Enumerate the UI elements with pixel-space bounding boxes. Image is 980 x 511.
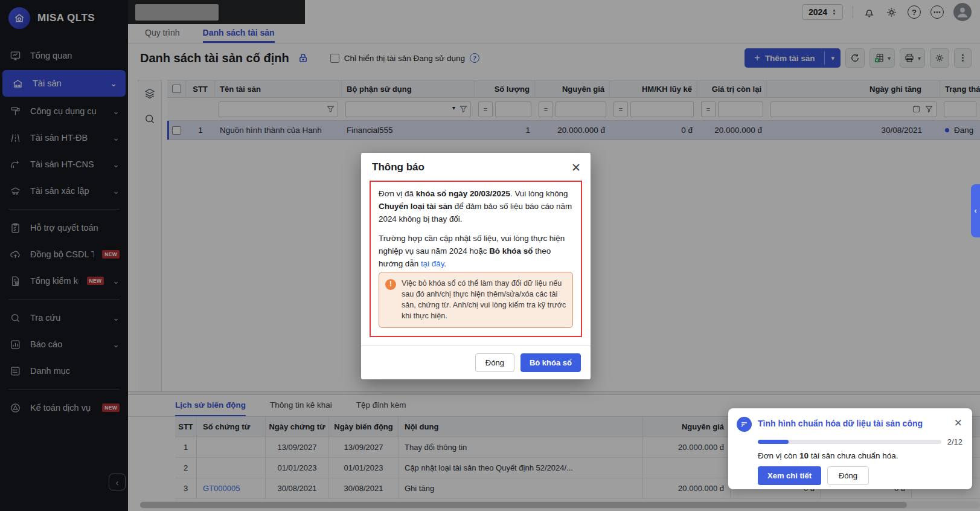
toast-close-button[interactable]: Đóng — [827, 466, 869, 485]
modal-paragraph-2: Trường hợp cần cập nhật số liệu, vui lòn… — [379, 233, 573, 270]
unlock-books-button[interactable]: Bỏ khóa sổ — [520, 353, 581, 372]
notification-modal: Thông báo ✕ Đơn vị đã khóa sổ ngày 20/03… — [361, 153, 591, 379]
warning-exclaim-icon: ! — [385, 279, 396, 290]
modal-warning-content: Đơn vị đã khóa sổ ngày 20/03/2025. Vui l… — [370, 181, 582, 337]
progress-track — [758, 440, 941, 444]
side-drawer-tab[interactable]: ‹ — [971, 184, 980, 237]
progress-fill — [758, 440, 789, 444]
toast-title: Tình hình chuẩn hóa dữ liệu tài sản công — [758, 417, 948, 428]
standardization-toast: Tình hình chuẩn hóa dữ liệu tài sản công… — [728, 408, 972, 489]
modal-close-button[interactable]: Đóng — [475, 353, 514, 372]
modal-title: Thông báo — [372, 161, 424, 173]
chat-bubble-icon — [737, 417, 752, 432]
toast-close-icon[interactable]: ✕ — [954, 417, 962, 428]
toast-message: Đơn vị còn 10 tài sản chưa chuẩn hóa. — [758, 451, 962, 460]
view-details-button[interactable]: Xem chi tiết — [758, 466, 821, 485]
caution-text: Việc bỏ khóa sổ có thể làm thay đổi dữ l… — [402, 278, 566, 322]
modal-close-icon[interactable]: ✕ — [571, 162, 581, 173]
progress-label: 2/12 — [947, 437, 962, 446]
modal-caution-box: ! Việc bỏ khóa sổ có thể làm thay đổi dữ… — [379, 272, 573, 328]
huong-dan-link[interactable]: tại đây — [421, 259, 444, 268]
app-root: MISA QLTS Tổng quan Tài sản ⌄ Công cụ dụ… — [0, 0, 980, 511]
standardization-progress: 2/12 — [758, 437, 962, 446]
chevron-left-icon: ‹ — [975, 207, 977, 215]
modal-paragraph-1: Đơn vị đã khóa sổ ngày 20/03/2025. Vui l… — [379, 188, 573, 225]
